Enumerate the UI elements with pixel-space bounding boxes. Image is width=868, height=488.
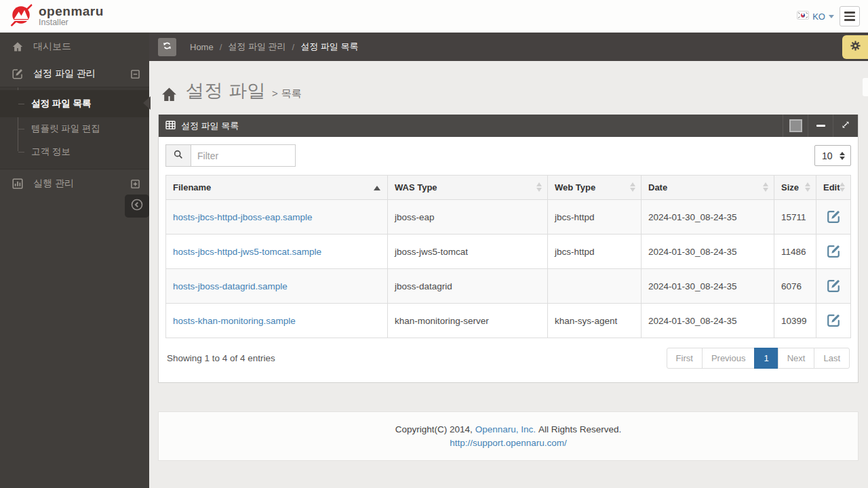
brand-subtitle: Installer xyxy=(39,18,104,27)
was-type-cell: khan-monitoring-server xyxy=(388,304,548,338)
company-link[interactable]: Opennaru, Inc. xyxy=(475,424,536,434)
brand-title: openmaru xyxy=(39,5,104,18)
edit-button[interactable] xyxy=(823,279,841,293)
edit-icon xyxy=(826,209,841,224)
size-cell: 6076 xyxy=(774,269,816,304)
refresh-button[interactable] xyxy=(158,38,176,56)
sort-icon xyxy=(536,182,542,192)
copyright-suffix: All Rights Reserved. xyxy=(538,424,621,434)
pagination-previous-button[interactable]: Previous xyxy=(702,348,755,369)
config-file-table: Filename WAS Type Web Type Date xyxy=(165,175,851,338)
sidebar-item-customer-info[interactable]: 고객 정보 xyxy=(0,140,149,163)
column-header-filename[interactable]: Filename xyxy=(166,176,388,200)
breadcrumb-current: 설정 파일 목록 xyxy=(300,41,358,53)
filename-link[interactable]: hosts-jboss-datagrid.sample xyxy=(173,281,288,291)
web-type-cell: jbcs-httpd xyxy=(548,235,642,269)
size-cell: 11486 xyxy=(774,235,816,269)
sidebar-item-execution-management[interactable]: 실행 관리 xyxy=(0,169,149,198)
active-item-pointer xyxy=(143,96,151,110)
column-header-web-type[interactable]: Web Type xyxy=(548,176,642,200)
sidebar-item-label: 설정 파일 관리 xyxy=(33,68,96,80)
table-icon xyxy=(165,120,176,132)
language-label: KO xyxy=(812,12,825,22)
top-header: openmaru Installer KO xyxy=(0,0,868,33)
minus-square-icon xyxy=(131,70,140,79)
breadcrumb-section-link[interactable]: 설정 파일 관리 xyxy=(228,41,285,53)
column-header-date[interactable]: Date xyxy=(642,176,774,200)
sidebar-item-template-edit[interactable]: 템플릿 파일 편집 xyxy=(0,117,149,140)
page-size-select[interactable]: 10 xyxy=(814,145,851,166)
gear-icon xyxy=(850,40,861,54)
home-icon xyxy=(161,86,178,106)
was-type-cell: jboss-jws5-tomcat xyxy=(388,235,548,269)
sidebar-item-label: 실행 관리 xyxy=(33,178,74,190)
table-header-row: Filename WAS Type Web Type Date xyxy=(166,176,851,200)
table-row: hosts-jbcs-httpd-jboss-eap.sample jboss-… xyxy=(166,200,851,235)
sidebar-collapse-button[interactable] xyxy=(125,195,149,218)
column-header-edit[interactable]: Edit xyxy=(816,176,851,200)
spinner-icon xyxy=(840,152,845,160)
korea-flag-icon xyxy=(797,11,809,22)
page-title: 설정 파일 xyxy=(186,79,266,103)
breadcrumb-separator: / xyxy=(220,42,222,52)
search-icon xyxy=(173,149,184,163)
breadcrumb-home-link[interactable]: Home xyxy=(190,42,214,52)
breadcrumb-bar: Home / 설정 파일 관리 / 설정 파일 목록 xyxy=(149,33,868,61)
brand-logo[interactable]: openmaru Installer xyxy=(9,3,104,29)
pagination-next-button[interactable]: Next xyxy=(778,348,815,369)
filter-input[interactable] xyxy=(191,144,296,167)
copyright-prefix: Copyright(C) 2014, xyxy=(395,424,473,434)
widget-toggle-button[interactable] xyxy=(783,115,808,137)
sort-icon xyxy=(805,182,810,192)
bar-chart-icon xyxy=(11,178,24,190)
was-type-cell: jboss-datagrid xyxy=(388,269,548,304)
filename-link[interactable]: hosts-jbcs-httpd-jws5-tomcat.sample xyxy=(173,247,321,257)
circle-arrow-left-icon xyxy=(130,198,144,214)
expand-icon xyxy=(841,120,850,132)
pagination-last-button[interactable]: Last xyxy=(814,348,850,369)
table-row: hosts-khan-monitoring.sample khan-monito… xyxy=(166,304,851,338)
edit-icon xyxy=(826,279,841,293)
filename-link[interactable]: hosts-khan-monitoring.sample xyxy=(173,316,296,326)
web-type-cell: jbcs-httpd xyxy=(548,200,642,235)
sidebar-item-config-list[interactable]: 설정 파일 목록 xyxy=(0,90,149,117)
page-size-value: 10 xyxy=(822,150,833,161)
edit-button[interactable] xyxy=(823,209,841,224)
openmaru-logo-icon xyxy=(9,3,33,29)
panel-fullscreen-button[interactable] xyxy=(833,115,858,137)
language-selector[interactable]: KO xyxy=(797,11,834,22)
breadcrumb: Home / 설정 파일 관리 / 설정 파일 목록 xyxy=(190,41,358,53)
table-row: hosts-jbcs-httpd-jws5-tomcat.sample jbos… xyxy=(166,235,851,269)
web-type-cell: khan-sys-agent xyxy=(548,304,642,338)
edit-button[interactable] xyxy=(823,313,841,328)
search-icon-box xyxy=(165,144,191,167)
pagination-first-button[interactable]: First xyxy=(667,348,703,369)
sidebar-item-config-management[interactable]: 설정 파일 관리 xyxy=(0,61,149,87)
size-cell: 15711 xyxy=(774,200,816,235)
breadcrumb-separator: / xyxy=(292,42,295,52)
sidebar-item-dashboard[interactable]: 대시보드 xyxy=(0,33,149,61)
column-header-size[interactable]: Size xyxy=(774,176,816,200)
page-title-separator: > xyxy=(272,87,278,99)
hamburger-icon xyxy=(844,12,855,14)
table-row: hosts-jboss-datagrid.sample jboss-datagr… xyxy=(166,269,851,304)
date-cell: 2024-01-30_08-24-35 xyxy=(642,200,774,235)
home-icon xyxy=(11,41,24,53)
panel-collapse-button[interactable] xyxy=(808,115,833,137)
menu-toggle-button[interactable] xyxy=(840,6,860,26)
edit-icon xyxy=(826,244,841,259)
support-link[interactable]: http://support.opennaru.com/ xyxy=(450,438,567,448)
table-toolbar: 10 xyxy=(165,144,851,167)
filter-group xyxy=(165,144,296,167)
panel-header: 설정 파일 목록 xyxy=(159,115,858,137)
web-type-cell xyxy=(548,269,642,304)
sidebar-item-label: 대시보드 xyxy=(33,41,71,53)
column-header-was-type[interactable]: WAS Type xyxy=(388,176,548,200)
filename-link[interactable]: hosts-jbcs-httpd-jboss-eap.sample xyxy=(173,212,313,222)
page-footer: Copyright(C) 2014,Opennaru, Inc.All Righ… xyxy=(158,411,859,461)
page-title-block: 설정 파일 > 목록 xyxy=(149,61,868,113)
panel-title: 설정 파일 목록 xyxy=(181,120,239,132)
settings-tab-button[interactable] xyxy=(842,35,868,59)
edit-button[interactable] xyxy=(823,244,841,259)
pagination-page-1-button[interactable]: 1 xyxy=(754,348,778,369)
